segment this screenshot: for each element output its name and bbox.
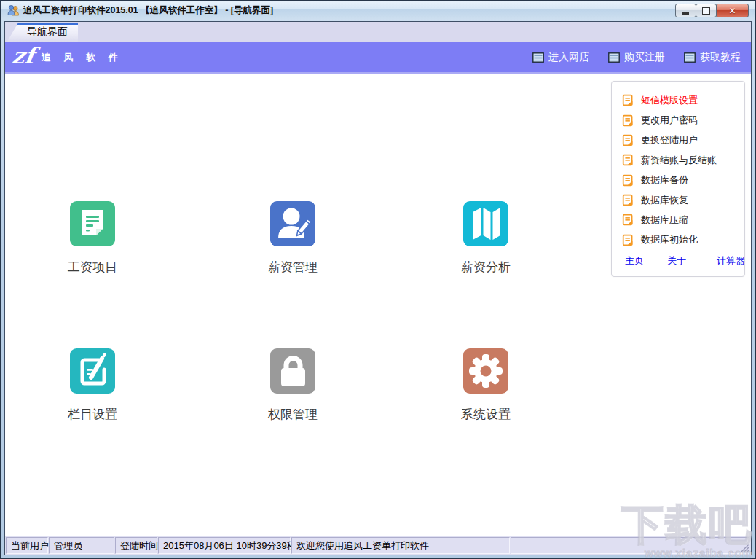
memo-icon [622, 234, 634, 246]
client-area: 导航界面 zf 追 风 软 件 进入网店 [4, 21, 752, 555]
register-icon [608, 52, 620, 63]
utility-panel: 短信模版设置 更改用户密码 [611, 81, 745, 277]
header-band: zf 追 风 软 件 进入网店 [5, 42, 751, 74]
minimize-button[interactable] [675, 4, 696, 17]
logo-name: 追 风 软 件 [42, 51, 123, 64]
memo-icon [622, 174, 634, 187]
map-icon [463, 201, 508, 246]
status-current-user: 管理员 [49, 537, 114, 554]
menu-item-settle-accounts[interactable]: 薪资结账与反结账 [622, 150, 737, 170]
resize-grip-icon[interactable] [740, 544, 749, 553]
tab-navigation[interactable]: 导航界面 [7, 23, 78, 42]
memo-icon [622, 214, 634, 226]
close-button[interactable] [716, 4, 749, 17]
status-filler [511, 537, 749, 554]
window-title: 追风工资单打印软件2015.01 【追风软件工作室】 - [导航界面] [23, 4, 273, 17]
menu-item-label: 更换登陆用户 [641, 133, 698, 146]
link-buy-register[interactable]: 购买注册 [608, 51, 665, 64]
tile-label: 薪资管理 [268, 259, 318, 275]
menu-item-label: 薪资结账与反结账 [641, 154, 717, 167]
menu-item-label: 数据库压缩 [641, 214, 688, 227]
lock-icon [270, 348, 315, 394]
edit-icon [70, 348, 115, 394]
app-window: 追风工资单打印软件2015.01 【追风软件工作室】 - [导航界面] 导航界面… [0, 0, 756, 559]
tile-column-settings[interactable]: 栏目设置 [49, 348, 136, 423]
status-bar: 当前用户: 管理员 登陆时间: 2015年08月06日 10时39分39秒 欢迎… [5, 536, 751, 555]
tile-system-settings[interactable]: 系统设置 [442, 348, 529, 423]
menu-item-sms-template[interactable]: 短信模版设置 [622, 90, 737, 110]
menu-item-label: 更改用户密码 [641, 114, 698, 127]
memo-icon [622, 194, 634, 206]
link-calculator[interactable]: 计算器 [717, 254, 745, 267]
link-label: 购买注册 [624, 51, 665, 64]
memo-icon [622, 114, 634, 127]
memo-icon [622, 94, 634, 106]
status-welcome: 欢迎您使用追风工资单打印软件 [291, 537, 510, 554]
menu-item-db-compress[interactable]: 数据库压缩 [622, 210, 737, 230]
menu-item-label: 短信模版设置 [641, 94, 698, 107]
status-login-time-label: 登陆时间: [115, 537, 157, 554]
tile-label: 栏目设置 [68, 406, 117, 423]
main-area: 工资项目 薪资管理 [5, 74, 751, 536]
menu-item-change-password[interactable]: 更改用户密码 [622, 110, 737, 130]
maximize-button[interactable] [696, 4, 717, 17]
tile-label: 权限管理 [268, 406, 318, 423]
link-label: 进入网店 [548, 51, 589, 64]
gear-icon [463, 348, 508, 394]
tile-salary-management[interactable]: 薪资管理 [249, 201, 336, 275]
header-links: 进入网店 购买注册 [532, 51, 741, 64]
tile-label: 工资项目 [68, 259, 117, 275]
menu-item-db-backup[interactable]: 数据库备份 [622, 171, 737, 190]
tab-strip: 导航界面 [5, 22, 751, 42]
status-current-user-label: 当前用户: [6, 537, 48, 554]
brand-logo: zf 追 风 软 件 [12, 48, 123, 67]
menu-item-db-initialize[interactable]: 数据库初始化 [622, 230, 737, 250]
menu-item-switch-user[interactable]: 更换登陆用户 [622, 130, 737, 150]
menu-item-db-restore[interactable]: 数据库恢复 [622, 190, 737, 210]
menu-item-label: 数据库恢复 [641, 194, 688, 207]
logo-mark: zf [11, 45, 36, 67]
users-icon [7, 5, 20, 16]
tile-wage-items[interactable]: 工资项目 [49, 201, 136, 275]
link-enter-store[interactable]: 进入网店 [532, 51, 589, 64]
document-icon [70, 201, 115, 246]
link-get-tutorial[interactable]: 获取教程 [684, 51, 741, 64]
store-icon [532, 52, 544, 63]
user-edit-icon [270, 201, 315, 246]
status-login-time: 2015年08月06日 10时39分39秒 [158, 537, 291, 554]
link-home[interactable]: 主页 [625, 254, 644, 267]
link-about[interactable]: 关于 [667, 254, 686, 267]
tab-label: 导航界面 [27, 26, 68, 39]
tile-salary-analysis[interactable]: 薪资分析 [442, 201, 529, 275]
tile-label: 薪资分析 [461, 259, 511, 275]
memo-icon [622, 134, 634, 146]
memo-icon [622, 154, 634, 166]
menu-item-label: 数据库初始化 [641, 233, 698, 246]
menu-item-label: 数据库备份 [641, 173, 688, 187]
panel-links: 主页 关于 计算器 [622, 250, 737, 270]
tutorial-icon [684, 52, 696, 63]
window-controls [676, 4, 750, 17]
titlebar: 追风工资单打印软件2015.01 【追风软件工作室】 - [导航界面] [1, 1, 755, 20]
tile-permission-management[interactable]: 权限管理 [249, 348, 336, 423]
link-label: 获取教程 [700, 51, 741, 64]
tile-label: 系统设置 [461, 406, 511, 423]
